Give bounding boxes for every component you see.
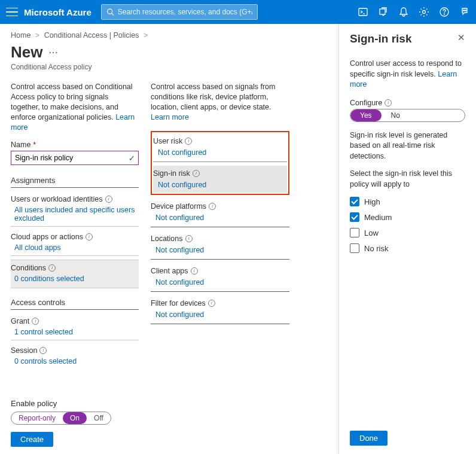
svg-point-7 [444,14,445,14]
client-apps-item[interactable]: Client apps Not configured [151,263,289,292]
session-value[interactable]: 0 controls selected [11,357,139,365]
toggle-yes[interactable]: Yes [350,109,382,121]
search-box[interactable] [101,4,258,20]
cloud-apps-item[interactable]: Cloud apps or actions All cloud apps [11,230,139,256]
checkbox-icon [350,212,359,222]
name-field-label: Name * [11,141,139,149]
assignments-heading: Assignments [11,176,139,188]
signin-risk-panel: Sign-in risk ✕ Control user access to re… [338,24,476,454]
conditions-item[interactable]: Conditions 0 conditions selected [11,260,139,288]
search-input[interactable] [118,8,252,16]
create-button[interactable]: Create [11,432,53,447]
client-value[interactable]: Not configured [151,278,289,287]
hamburger-menu-icon[interactable] [6,6,18,18]
enable-policy-toggle[interactable]: Report-only On Off [11,412,111,425]
toggle-on[interactable]: On [63,412,87,424]
svg-line-1 [112,13,114,15]
intro-text-a: Control access based on Conditional Acce… [11,82,139,132]
info-icon [193,170,200,177]
panel-text-select: Select the sign-in risk level this polic… [350,169,465,190]
breadcrumb-home[interactable]: Home [11,31,30,39]
user-risk-value[interactable]: Not configured [153,148,287,157]
access-controls-heading: Access controls [11,298,139,310]
learn-more-link[interactable]: Learn more [151,113,189,121]
checkbox-icon [350,243,359,253]
info-icon [32,318,39,325]
cloud-shell-icon[interactable] [358,7,368,17]
checkbox-high[interactable]: High [350,197,465,206]
users-value[interactable]: All users included and specific users ex… [11,206,139,223]
more-actions-icon[interactable]: ⋯ [48,47,58,58]
info-icon [208,300,215,307]
page-title: New [11,43,42,62]
grant-item[interactable]: Grant 1 control selected [11,315,139,340]
svg-point-0 [107,9,112,14]
directories-icon[interactable] [378,7,389,17]
svg-rect-4 [380,9,385,14]
checkbox-icon [350,197,359,206]
feedback-icon[interactable] [459,7,470,17]
help-icon[interactable] [439,7,450,17]
info-icon [39,347,47,354]
panel-text-detections: Sign-in risk level is generated based on… [350,130,465,162]
top-header: Microsoft Azure [0,0,476,24]
info-icon [191,267,198,275]
info-icon [185,235,193,242]
column-assignments: Control access based on Conditional Acce… [11,82,139,399]
filter-value[interactable]: Not configured [151,310,289,319]
brand-label: Microsoft Azure [24,7,91,17]
intro-text-b: Control access based on signals from con… [151,82,289,123]
done-button[interactable]: Done [350,431,387,446]
info-icon [209,203,216,210]
grant-value[interactable]: 1 control selected [11,328,139,336]
search-icon [106,8,114,16]
filter-devices-item[interactable]: Filter for devices Not configured [151,295,289,324]
info-icon [105,196,112,203]
info-icon [86,233,93,240]
info-icon [48,264,56,272]
info-icon [385,99,392,106]
conditions-value[interactable]: 0 conditions selected [11,275,139,283]
svg-point-8 [463,10,463,11]
check-icon: ✓ [129,154,135,163]
panel-description: Control user access to respond to specif… [350,59,465,90]
toggle-no[interactable]: No [382,109,410,121]
breadcrumb-parent[interactable]: Conditional Access | Policies [44,31,139,39]
enable-policy-label: Enable policy [11,399,328,408]
configure-toggle[interactable]: Yes No [350,109,465,122]
header-icons [358,7,470,17]
checkbox-icon [350,228,359,237]
svg-point-10 [465,10,466,11]
toggle-off[interactable]: Off [87,412,111,424]
settings-gear-icon[interactable] [419,7,429,17]
cloud-value[interactable]: All cloud apps [11,243,139,252]
info-icon [185,138,192,145]
page-subtitle: Conditional Access policy [11,63,328,71]
policy-name-input[interactable] [11,151,139,165]
panel-title: Sign-in risk [350,32,411,45]
close-icon[interactable]: ✕ [457,32,465,43]
breadcrumb: Home > Conditional Access | Policies > [11,31,328,39]
signin-risk-item[interactable]: Sign-in risk Not configured [153,166,287,193]
svg-point-9 [464,10,465,11]
checkbox-medium[interactable]: Medium [350,212,465,222]
configure-label: Configure [350,99,465,107]
column-conditions: Control access based on signals from con… [151,82,289,399]
checkbox-norisk[interactable]: No risk [350,243,465,253]
signin-risk-value[interactable]: Not configured [153,181,287,189]
users-workload-item[interactable]: Users or workload identities All users i… [11,193,139,227]
notifications-icon[interactable] [398,7,409,17]
svg-point-5 [423,11,426,14]
locations-value[interactable]: Not configured [151,246,289,254]
checkbox-low[interactable]: Low [350,228,465,237]
device-value[interactable]: Not configured [151,214,289,222]
highlight-box: User risk Not configured Sign-in risk No… [151,131,289,195]
footer-area: Enable policy Report-only On Off Create [11,399,328,454]
user-risk-item[interactable]: User risk Not configured [153,133,287,162]
session-item[interactable]: Session 0 controls selected [11,344,139,369]
locations-item[interactable]: Locations Not configured [151,231,289,260]
device-platforms-item[interactable]: Device platforms Not configured [151,199,289,227]
toggle-report-only[interactable]: Report-only [11,412,63,424]
